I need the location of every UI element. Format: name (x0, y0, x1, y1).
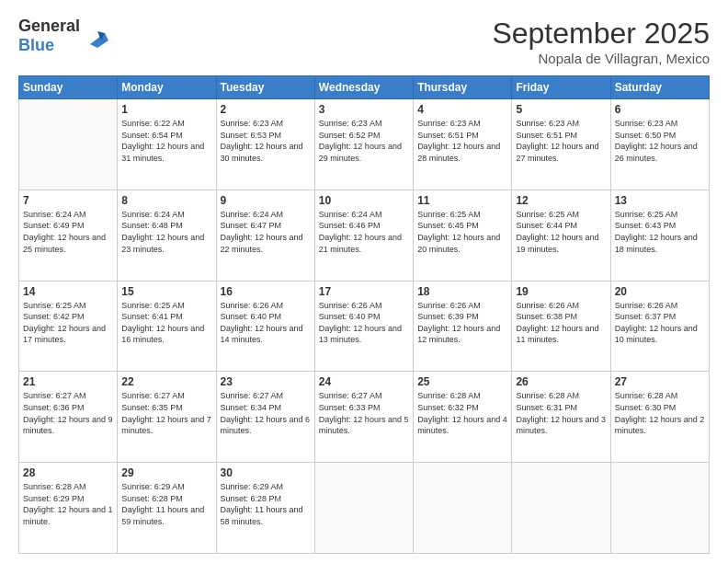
calendar-cell: 17Sunrise: 6:26 AMSunset: 6:40 PMDayligh… (314, 281, 413, 372)
calendar-cell: 23Sunrise: 6:27 AMSunset: 6:34 PMDayligh… (216, 372, 314, 463)
calendar-cell: 22Sunrise: 6:27 AMSunset: 6:35 PMDayligh… (118, 372, 216, 463)
col-thursday: Thursday (414, 76, 512, 99)
page: General Blue September 2025 Nopala de Vi… (0, 0, 728, 563)
cell-info: Sunrise: 6:27 AMSunset: 6:34 PMDaylight:… (221, 390, 311, 436)
day-number: 11 (417, 194, 507, 207)
cell-info: Sunrise: 6:28 AMSunset: 6:32 PMDaylight:… (417, 390, 507, 436)
cell-info: Sunrise: 6:23 AMSunset: 6:50 PMDaylight:… (615, 118, 705, 164)
day-number: 18 (417, 285, 507, 298)
day-number: 2 (221, 103, 311, 116)
calendar-cell: 10Sunrise: 6:24 AMSunset: 6:46 PMDayligh… (314, 190, 413, 281)
calendar-cell: 3Sunrise: 6:23 AMSunset: 6:52 PMDaylight… (314, 99, 413, 190)
calendar-cell (314, 463, 413, 554)
cell-info: Sunrise: 6:28 AMSunset: 6:29 PMDaylight:… (23, 481, 113, 527)
calendar-cell: 8Sunrise: 6:24 AMSunset: 6:48 PMDaylight… (118, 190, 216, 281)
calendar-cell (414, 463, 512, 554)
day-number: 26 (516, 375, 606, 388)
day-number: 9 (221, 194, 311, 207)
logo-icon (83, 22, 112, 52)
day-number: 6 (615, 103, 705, 116)
logo: General Blue (18, 17, 112, 54)
calendar-table: Sunday Monday Tuesday Wednesday Thursday… (18, 75, 710, 554)
cell-info: Sunrise: 6:24 AMSunset: 6:49 PMDaylight:… (23, 209, 113, 255)
cell-info: Sunrise: 6:26 AMSunset: 6:37 PMDaylight:… (615, 300, 705, 346)
cell-info: Sunrise: 6:23 AMSunset: 6:53 PMDaylight:… (221, 118, 311, 164)
day-number: 19 (516, 285, 606, 298)
calendar-cell: 9Sunrise: 6:24 AMSunset: 6:47 PMDaylight… (216, 190, 314, 281)
col-wednesday: Wednesday (314, 76, 413, 99)
col-saturday: Saturday (610, 76, 709, 99)
calendar-week-2: 14Sunrise: 6:25 AMSunset: 6:42 PMDayligh… (19, 281, 710, 372)
calendar-cell: 7Sunrise: 6:24 AMSunset: 6:49 PMDaylight… (19, 190, 118, 281)
calendar-week-4: 28Sunrise: 6:28 AMSunset: 6:29 PMDayligh… (19, 463, 710, 554)
cell-info: Sunrise: 6:28 AMSunset: 6:30 PMDaylight:… (615, 390, 705, 436)
calendar-header-row: Sunday Monday Tuesday Wednesday Thursday… (19, 76, 710, 99)
day-number: 16 (221, 285, 311, 298)
day-number: 21 (23, 375, 113, 388)
calendar-cell: 4Sunrise: 6:23 AMSunset: 6:51 PMDaylight… (414, 99, 512, 190)
day-number: 7 (23, 194, 113, 207)
calendar-cell: 18Sunrise: 6:26 AMSunset: 6:39 PMDayligh… (414, 281, 512, 372)
calendar-cell: 25Sunrise: 6:28 AMSunset: 6:32 PMDayligh… (414, 372, 512, 463)
day-number: 17 (319, 285, 409, 298)
cell-info: Sunrise: 6:25 AMSunset: 6:45 PMDaylight:… (417, 209, 507, 255)
col-monday: Monday (118, 76, 216, 99)
cell-info: Sunrise: 6:24 AMSunset: 6:47 PMDaylight:… (221, 209, 311, 255)
calendar-cell: 13Sunrise: 6:25 AMSunset: 6:43 PMDayligh… (610, 190, 709, 281)
day-number: 5 (516, 103, 606, 116)
day-number: 24 (319, 375, 409, 388)
day-number: 23 (221, 375, 311, 388)
day-number: 1 (121, 103, 211, 116)
day-number: 20 (615, 285, 705, 298)
logo-text: General Blue (18, 17, 80, 54)
calendar-body: 1Sunrise: 6:22 AMSunset: 6:54 PMDaylight… (19, 99, 710, 554)
day-number: 14 (23, 285, 113, 298)
calendar-cell: 12Sunrise: 6:25 AMSunset: 6:44 PMDayligh… (512, 190, 610, 281)
day-number: 25 (417, 375, 507, 388)
title-block: September 2025 Nopala de Villagran, Mexi… (492, 17, 710, 66)
cell-info: Sunrise: 6:26 AMSunset: 6:39 PMDaylight:… (417, 300, 507, 346)
calendar-week-1: 7Sunrise: 6:24 AMSunset: 6:49 PMDaylight… (19, 190, 710, 281)
col-tuesday: Tuesday (216, 76, 314, 99)
day-number: 8 (121, 194, 211, 207)
calendar-cell: 29Sunrise: 6:29 AMSunset: 6:28 PMDayligh… (118, 463, 216, 554)
day-number: 12 (516, 194, 606, 207)
calendar-cell: 30Sunrise: 6:29 AMSunset: 6:28 PMDayligh… (216, 463, 314, 554)
cell-info: Sunrise: 6:22 AMSunset: 6:54 PMDaylight:… (121, 118, 211, 164)
cell-info: Sunrise: 6:23 AMSunset: 6:52 PMDaylight:… (319, 118, 409, 164)
calendar-cell: 28Sunrise: 6:28 AMSunset: 6:29 PMDayligh… (19, 463, 118, 554)
cell-info: Sunrise: 6:26 AMSunset: 6:40 PMDaylight:… (221, 300, 311, 346)
day-number: 22 (121, 375, 211, 388)
calendar-cell: 24Sunrise: 6:27 AMSunset: 6:33 PMDayligh… (314, 372, 413, 463)
day-number: 4 (417, 103, 507, 116)
cell-info: Sunrise: 6:25 AMSunset: 6:43 PMDaylight:… (615, 209, 705, 255)
logo-general: General (18, 17, 80, 35)
calendar-cell: 1Sunrise: 6:22 AMSunset: 6:54 PMDaylight… (118, 99, 216, 190)
location-subtitle: Nopala de Villagran, Mexico (492, 51, 710, 66)
cell-info: Sunrise: 6:23 AMSunset: 6:51 PMDaylight:… (516, 118, 606, 164)
calendar-cell: 26Sunrise: 6:28 AMSunset: 6:31 PMDayligh… (512, 372, 610, 463)
cell-info: Sunrise: 6:25 AMSunset: 6:42 PMDaylight:… (23, 300, 113, 346)
header: General Blue September 2025 Nopala de Vi… (18, 17, 710, 66)
col-sunday: Sunday (19, 76, 118, 99)
cell-info: Sunrise: 6:28 AMSunset: 6:31 PMDaylight:… (516, 390, 606, 436)
cell-info: Sunrise: 6:24 AMSunset: 6:46 PMDaylight:… (319, 209, 409, 255)
calendar-cell: 11Sunrise: 6:25 AMSunset: 6:45 PMDayligh… (414, 190, 512, 281)
col-friday: Friday (512, 76, 610, 99)
calendar-cell: 21Sunrise: 6:27 AMSunset: 6:36 PMDayligh… (19, 372, 118, 463)
day-number: 13 (615, 194, 705, 207)
calendar-cell: 5Sunrise: 6:23 AMSunset: 6:51 PMDaylight… (512, 99, 610, 190)
calendar-cell: 19Sunrise: 6:26 AMSunset: 6:38 PMDayligh… (512, 281, 610, 372)
day-number: 29 (121, 466, 211, 479)
cell-info: Sunrise: 6:25 AMSunset: 6:44 PMDaylight:… (516, 209, 606, 255)
calendar-cell (610, 463, 709, 554)
month-title: September 2025 (492, 17, 710, 51)
calendar-cell: 27Sunrise: 6:28 AMSunset: 6:30 PMDayligh… (610, 372, 709, 463)
day-number: 27 (615, 375, 705, 388)
day-number: 10 (319, 194, 409, 207)
calendar-cell: 14Sunrise: 6:25 AMSunset: 6:42 PMDayligh… (19, 281, 118, 372)
cell-info: Sunrise: 6:29 AMSunset: 6:28 PMDaylight:… (121, 481, 211, 527)
cell-info: Sunrise: 6:27 AMSunset: 6:33 PMDaylight:… (319, 390, 409, 436)
calendar-week-3: 21Sunrise: 6:27 AMSunset: 6:36 PMDayligh… (19, 372, 710, 463)
cell-info: Sunrise: 6:25 AMSunset: 6:41 PMDaylight:… (121, 300, 211, 346)
